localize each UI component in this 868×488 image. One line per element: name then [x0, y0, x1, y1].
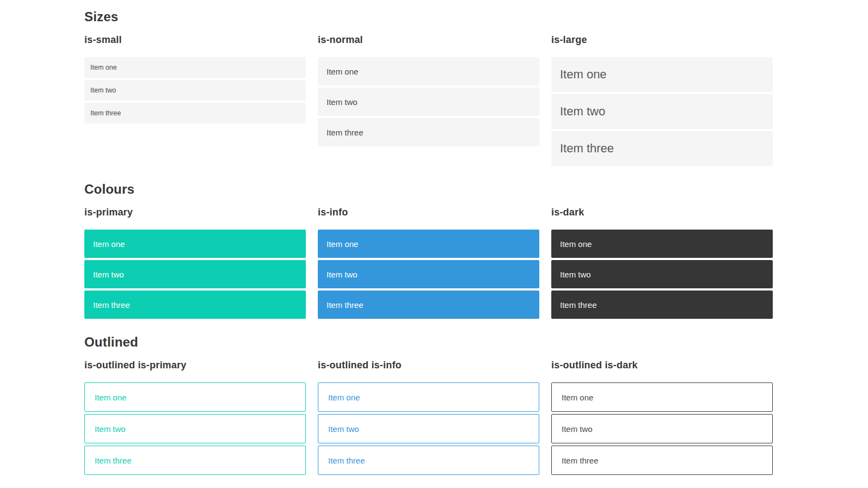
variant-title-normal: is-normal	[318, 34, 539, 46]
column-outlined-primary: is-outlined is-primaryItem oneItem twoIt…	[84, 359, 306, 475]
list-outlined-primary: Item oneItem twoItem three	[84, 382, 306, 475]
variant-title-outlined-dark: is-outlined is-dark	[551, 359, 773, 371]
page-content: Sizesis-smallItem oneItem twoItem threei…	[0, 0, 868, 475]
column-dark: is-darkItem oneItem twoItem three	[551, 206, 773, 319]
column-small: is-smallItem oneItem twoItem three	[84, 34, 306, 123]
list-item[interactable]: Item one	[84, 230, 306, 258]
list-item[interactable]: Item one	[551, 57, 773, 92]
columns-row: is-primaryItem oneItem twoItem threeis-i…	[84, 206, 773, 319]
list-item[interactable]: Item three	[318, 446, 539, 475]
columns-row: is-smallItem oneItem twoItem threeis-nor…	[84, 34, 773, 166]
variant-title-dark: is-dark	[551, 206, 773, 218]
list-item[interactable]: Item two	[84, 260, 306, 288]
list-item[interactable]: Item two	[318, 260, 539, 288]
list-item[interactable]: Item two	[551, 260, 773, 288]
variant-title-outlined-primary: is-outlined is-primary	[84, 359, 306, 371]
list-item[interactable]: Item two	[84, 414, 306, 443]
column-normal: is-normalItem oneItem twoItem three	[318, 34, 539, 146]
variant-title-small: is-small	[84, 34, 306, 46]
list-item[interactable]: Item three	[84, 103, 306, 123]
list-item[interactable]: Item one	[318, 230, 539, 258]
list-item[interactable]: Item three	[551, 291, 773, 319]
list-item[interactable]: Item three	[551, 131, 773, 166]
list-item[interactable]: Item three	[84, 291, 306, 319]
list-item[interactable]: Item three	[318, 291, 539, 319]
list-item[interactable]: Item two	[551, 414, 773, 443]
section-colours: Coloursis-primaryItem oneItem twoItem th…	[84, 181, 773, 319]
column-primary: is-primaryItem oneItem twoItem three	[84, 206, 306, 319]
list-item[interactable]: Item two	[551, 94, 773, 129]
list-item[interactable]: Item three	[551, 446, 773, 475]
list-item[interactable]: Item two	[84, 80, 306, 101]
section-title: Sizes	[84, 9, 773, 25]
list-dark: Item oneItem twoItem three	[551, 230, 773, 319]
list-item[interactable]: Item one	[84, 382, 306, 412]
list-small: Item oneItem twoItem three	[84, 57, 306, 123]
column-large: is-largeItem oneItem twoItem three	[551, 34, 773, 166]
list-item[interactable]: Item three	[318, 118, 539, 146]
variant-title-large: is-large	[551, 34, 773, 46]
column-outlined-info: is-outlined is-infoItem oneItem twoItem …	[318, 359, 539, 475]
column-outlined-dark: is-outlined is-darkItem oneItem twoItem …	[551, 359, 773, 475]
list-item[interactable]: Item three	[84, 446, 306, 475]
list-item[interactable]: Item one	[84, 57, 306, 78]
list-item[interactable]: Item one	[551, 230, 773, 258]
list-outlined-dark: Item oneItem twoItem three	[551, 382, 773, 475]
columns-row: is-outlined is-primaryItem oneItem twoIt…	[84, 359, 773, 475]
list-info: Item oneItem twoItem three	[318, 230, 539, 319]
variant-title-outlined-info: is-outlined is-info	[318, 359, 539, 371]
variant-title-primary: is-primary	[84, 206, 306, 218]
list-normal: Item oneItem twoItem three	[318, 57, 539, 146]
list-item[interactable]: Item two	[318, 88, 539, 116]
section-sizes: Sizesis-smallItem oneItem twoItem threei…	[84, 9, 773, 166]
column-info: is-infoItem oneItem twoItem three	[318, 206, 539, 319]
list-item[interactable]: Item one	[318, 57, 539, 85]
section-title: Colours	[84, 181, 773, 197]
list-item[interactable]: Item one	[551, 382, 773, 412]
list-large: Item oneItem twoItem three	[551, 57, 773, 166]
section-outlined: Outlinedis-outlined is-primaryItem oneIt…	[84, 334, 773, 475]
list-item[interactable]: Item two	[318, 414, 539, 443]
list-outlined-info: Item oneItem twoItem three	[318, 382, 539, 475]
list-primary: Item oneItem twoItem three	[84, 230, 306, 319]
section-title: Outlined	[84, 334, 773, 350]
variant-title-info: is-info	[318, 206, 539, 218]
list-item[interactable]: Item one	[318, 382, 539, 412]
